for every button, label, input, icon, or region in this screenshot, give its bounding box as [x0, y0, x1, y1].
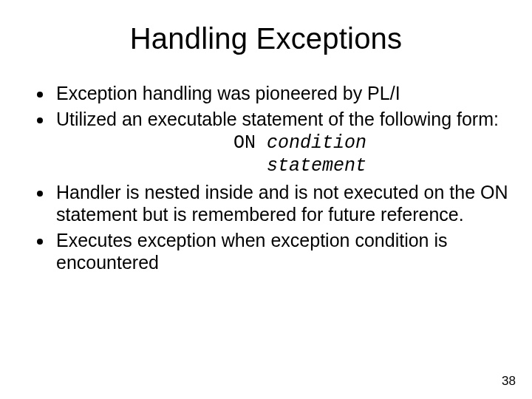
code-arg: condition — [267, 132, 366, 154]
bullet-item: Handler is nested inside and is not exec… — [53, 181, 510, 226]
bullet-item: Utilized an executable statement of the … — [53, 108, 510, 178]
code-line-2: statement — [56, 154, 510, 177]
code-keyword: ON — [233, 132, 267, 154]
page-number: 38 — [502, 374, 516, 389]
code-line-1: ON condition — [56, 132, 510, 154]
bullet-item: Executes exception when exception condit… — [53, 229, 510, 274]
slide-title: Handling Exceptions — [22, 22, 510, 55]
code-block: ON condition statement — [56, 132, 510, 178]
bullet-list: Exception handling was pioneered by PL/I… — [22, 82, 510, 274]
bullet-text: Utilized an executable statement of the … — [56, 109, 499, 129]
bullet-item: Exception handling was pioneered by PL/I — [53, 82, 510, 105]
code-indent — [56, 155, 267, 177]
code-indent — [56, 132, 233, 154]
code-arg: statement — [267, 155, 366, 177]
slide: Handling Exceptions Exception handling w… — [0, 0, 532, 399]
